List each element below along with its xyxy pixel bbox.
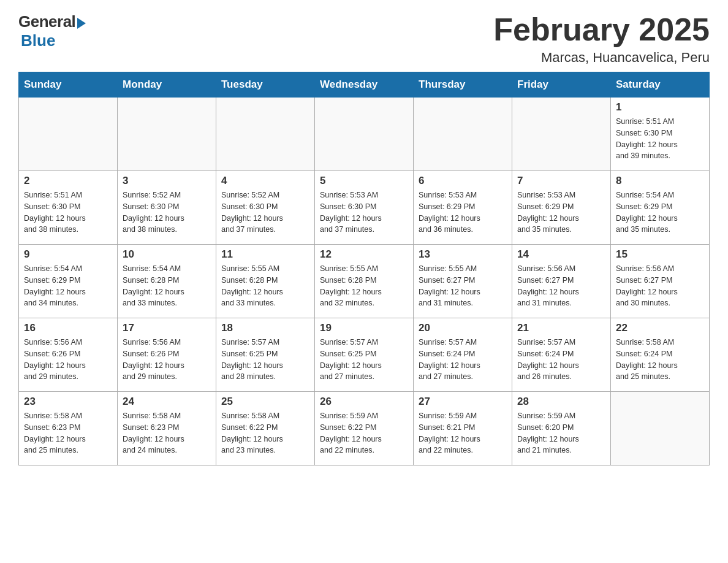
calendar-cell: 17Sunrise: 5:56 AM Sunset: 6:26 PM Dayli… — [118, 318, 216, 392]
page-header: General Blue February 2025 Marcas, Huanc… — [18, 12, 710, 66]
day-number: 27 — [419, 396, 507, 408]
day-info: Sunrise: 5:57 AM Sunset: 6:25 PM Dayligh… — [320, 337, 408, 383]
weekday-header-monday: Monday — [118, 72, 216, 98]
day-info: Sunrise: 5:57 AM Sunset: 6:25 PM Dayligh… — [221, 337, 309, 383]
day-info: Sunrise: 5:58 AM Sunset: 6:23 PM Dayligh… — [24, 410, 112, 456]
day-number: 2 — [24, 175, 112, 187]
calendar-cell — [216, 98, 315, 171]
day-number: 28 — [517, 396, 605, 408]
day-info: Sunrise: 5:58 AM Sunset: 6:24 PM Dayligh… — [616, 337, 704, 383]
day-number: 19 — [320, 322, 408, 334]
day-info: Sunrise: 5:55 AM Sunset: 6:27 PM Dayligh… — [419, 263, 507, 309]
logo-general-text: General — [18, 12, 75, 31]
logo-arrow-icon — [77, 18, 86, 29]
day-number: 21 — [517, 322, 605, 334]
calendar-cell: 23Sunrise: 5:58 AM Sunset: 6:23 PM Dayli… — [19, 392, 118, 465]
day-info: Sunrise: 5:53 AM Sunset: 6:29 PM Dayligh… — [517, 190, 605, 236]
calendar-cell: 7Sunrise: 5:53 AM Sunset: 6:29 PM Daylig… — [512, 171, 611, 245]
day-number: 5 — [320, 175, 408, 187]
calendar-cell: 27Sunrise: 5:59 AM Sunset: 6:21 PM Dayli… — [414, 392, 512, 465]
calendar-cell — [19, 98, 118, 171]
calendar-cell: 12Sunrise: 5:55 AM Sunset: 6:28 PM Dayli… — [315, 245, 414, 318]
calendar-cell — [414, 98, 512, 171]
day-number: 10 — [123, 248, 211, 261]
calendar-cell: 26Sunrise: 5:59 AM Sunset: 6:22 PM Dayli… — [315, 392, 414, 465]
day-info: Sunrise: 5:59 AM Sunset: 6:21 PM Dayligh… — [419, 410, 507, 456]
day-info: Sunrise: 5:57 AM Sunset: 6:24 PM Dayligh… — [517, 337, 605, 383]
day-number: 18 — [221, 322, 309, 334]
day-info: Sunrise: 5:57 AM Sunset: 6:24 PM Dayligh… — [419, 337, 507, 383]
day-info: Sunrise: 5:53 AM Sunset: 6:29 PM Dayligh… — [419, 190, 507, 236]
day-number: 7 — [517, 175, 605, 187]
calendar-cell — [512, 98, 611, 171]
logo-blue-text: Blue — [21, 31, 55, 50]
calendar-cell: 18Sunrise: 5:57 AM Sunset: 6:25 PM Dayli… — [216, 318, 315, 392]
day-info: Sunrise: 5:56 AM Sunset: 6:26 PM Dayligh… — [24, 337, 112, 383]
day-number: 6 — [419, 175, 507, 187]
day-number: 17 — [123, 322, 211, 334]
calendar-cell: 11Sunrise: 5:55 AM Sunset: 6:28 PM Dayli… — [216, 245, 315, 318]
day-number: 11 — [221, 248, 309, 261]
weekday-header-wednesday: Wednesday — [315, 72, 414, 98]
day-number: 15 — [616, 248, 704, 261]
calendar-cell: 21Sunrise: 5:57 AM Sunset: 6:24 PM Dayli… — [512, 318, 611, 392]
day-number: 26 — [320, 396, 408, 408]
day-info: Sunrise: 5:54 AM Sunset: 6:29 PM Dayligh… — [616, 190, 704, 236]
day-number: 14 — [517, 248, 605, 261]
calendar-table: SundayMondayTuesdayWednesdayThursdayFrid… — [18, 72, 710, 465]
day-number: 24 — [123, 396, 211, 408]
calendar-cell: 14Sunrise: 5:56 AM Sunset: 6:27 PM Dayli… — [512, 245, 611, 318]
day-info: Sunrise: 5:59 AM Sunset: 6:20 PM Dayligh… — [517, 410, 605, 456]
calendar-week-row-4: 16Sunrise: 5:56 AM Sunset: 6:26 PM Dayli… — [19, 318, 710, 392]
day-number: 9 — [24, 248, 112, 261]
day-info: Sunrise: 5:53 AM Sunset: 6:30 PM Dayligh… — [320, 190, 408, 236]
day-info: Sunrise: 5:58 AM Sunset: 6:23 PM Dayligh… — [123, 410, 211, 456]
weekday-header-friday: Friday — [512, 72, 611, 98]
calendar-cell — [118, 98, 216, 171]
calendar-cell: 19Sunrise: 5:57 AM Sunset: 6:25 PM Dayli… — [315, 318, 414, 392]
calendar-week-row-1: 1Sunrise: 5:51 AM Sunset: 6:30 PM Daylig… — [19, 98, 710, 171]
calendar-cell: 13Sunrise: 5:55 AM Sunset: 6:27 PM Dayli… — [414, 245, 512, 318]
day-info: Sunrise: 5:58 AM Sunset: 6:22 PM Dayligh… — [221, 410, 309, 456]
day-number: 3 — [123, 175, 211, 187]
day-number: 13 — [419, 248, 507, 261]
day-number: 16 — [24, 322, 112, 334]
day-info: Sunrise: 5:52 AM Sunset: 6:30 PM Dayligh… — [123, 190, 211, 236]
calendar-cell: 6Sunrise: 5:53 AM Sunset: 6:29 PM Daylig… — [414, 171, 512, 245]
calendar-cell: 3Sunrise: 5:52 AM Sunset: 6:30 PM Daylig… — [118, 171, 216, 245]
calendar-cell: 10Sunrise: 5:54 AM Sunset: 6:28 PM Dayli… — [118, 245, 216, 318]
day-number: 23 — [24, 396, 112, 408]
day-info: Sunrise: 5:54 AM Sunset: 6:28 PM Dayligh… — [123, 263, 211, 309]
calendar-cell: 22Sunrise: 5:58 AM Sunset: 6:24 PM Dayli… — [611, 318, 710, 392]
calendar-cell: 20Sunrise: 5:57 AM Sunset: 6:24 PM Dayli… — [414, 318, 512, 392]
weekday-header-sunday: Sunday — [19, 72, 118, 98]
calendar-cell: 28Sunrise: 5:59 AM Sunset: 6:20 PM Dayli… — [512, 392, 611, 465]
day-number: 25 — [221, 396, 309, 408]
weekday-header-thursday: Thursday — [414, 72, 512, 98]
day-number: 8 — [616, 175, 704, 187]
day-number: 4 — [221, 175, 309, 187]
calendar-cell — [315, 98, 414, 171]
day-number: 1 — [616, 101, 704, 113]
day-info: Sunrise: 5:56 AM Sunset: 6:26 PM Dayligh… — [123, 337, 211, 383]
calendar-cell: 2Sunrise: 5:51 AM Sunset: 6:30 PM Daylig… — [19, 171, 118, 245]
logo: General Blue — [18, 12, 86, 50]
day-info: Sunrise: 5:59 AM Sunset: 6:22 PM Dayligh… — [320, 410, 408, 456]
day-info: Sunrise: 5:55 AM Sunset: 6:28 PM Dayligh… — [320, 263, 408, 309]
weekday-header-row: SundayMondayTuesdayWednesdayThursdayFrid… — [19, 72, 710, 98]
calendar-week-row-5: 23Sunrise: 5:58 AM Sunset: 6:23 PM Dayli… — [19, 392, 710, 465]
calendar-cell: 16Sunrise: 5:56 AM Sunset: 6:26 PM Dayli… — [19, 318, 118, 392]
calendar-cell: 5Sunrise: 5:53 AM Sunset: 6:30 PM Daylig… — [315, 171, 414, 245]
calendar-cell: 15Sunrise: 5:56 AM Sunset: 6:27 PM Dayli… — [611, 245, 710, 318]
weekday-header-saturday: Saturday — [611, 72, 710, 98]
month-year-title: February 2025 — [493, 12, 710, 47]
day-number: 22 — [616, 322, 704, 334]
day-info: Sunrise: 5:52 AM Sunset: 6:30 PM Dayligh… — [221, 190, 309, 236]
day-info: Sunrise: 5:55 AM Sunset: 6:28 PM Dayligh… — [221, 263, 309, 309]
calendar-cell: 25Sunrise: 5:58 AM Sunset: 6:22 PM Dayli… — [216, 392, 315, 465]
weekday-header-tuesday: Tuesday — [216, 72, 315, 98]
calendar-cell: 24Sunrise: 5:58 AM Sunset: 6:23 PM Dayli… — [118, 392, 216, 465]
calendar-cell: 8Sunrise: 5:54 AM Sunset: 6:29 PM Daylig… — [611, 171, 710, 245]
calendar-cell: 1Sunrise: 5:51 AM Sunset: 6:30 PM Daylig… — [611, 98, 710, 171]
location-subtitle: Marcas, Huancavelica, Peru — [493, 50, 710, 66]
